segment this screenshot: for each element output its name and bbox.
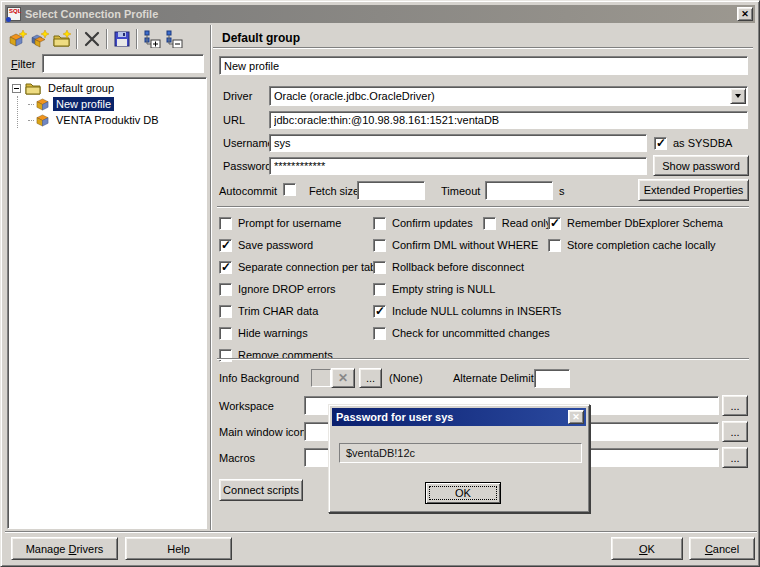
help-button[interactable]: Help — [125, 537, 232, 560]
checkbox[interactable] — [219, 305, 232, 318]
checkbox[interactable] — [373, 261, 386, 274]
checkbox[interactable] — [373, 283, 386, 296]
checkbox[interactable] — [373, 327, 386, 340]
profile-name-input[interactable] — [219, 56, 748, 75]
option-separate-connection-per-tab: Separate connection per tab — [219, 256, 376, 278]
checkbox[interactable] — [483, 217, 496, 230]
option-remember-dbexplorer-schema: Remember DbExplorer Schema — [548, 212, 723, 234]
sysdba-checkbox[interactable] — [654, 137, 667, 150]
folder-icon — [25, 81, 41, 95]
username-input[interactable] — [269, 134, 647, 152]
save-profiles-button[interactable] — [111, 28, 133, 50]
dropdown-arrow-icon[interactable] — [730, 88, 746, 104]
tree-collapse-expander-icon[interactable] — [12, 84, 21, 93]
checkbox[interactable] — [219, 261, 232, 274]
profile-tree[interactable]: Default group New profile VENTA Produkti… — [7, 77, 207, 529]
ok-button[interactable]: OK — [611, 537, 683, 560]
driver-label: Driver — [223, 90, 252, 102]
focus-rectangle — [429, 486, 497, 500]
clear-color-button[interactable]: ✕ — [331, 368, 355, 388]
tree-item-label: New profile — [53, 97, 114, 111]
titlebar: SQL Select Connection Profile ✕ — [5, 5, 755, 23]
select-connection-profile-window: SQL Select Connection Profile ✕ — [0, 0, 760, 567]
option-rollback-before-disconnect: Rollback before disconnect — [373, 256, 561, 278]
expand-tree-button[interactable] — [141, 28, 163, 50]
option-remove-comments: Remove comments — [219, 344, 376, 366]
filter-label: Filter — [11, 58, 35, 70]
checkbox[interactable] — [219, 217, 232, 230]
pick-color-button[interactable]: ... — [359, 368, 382, 388]
close-icon[interactable]: ✕ — [568, 410, 584, 424]
copy-profile-button[interactable] — [29, 28, 51, 50]
footer-separator — [5, 531, 757, 533]
option-store-completion-cache: Store completion cache locally — [548, 234, 723, 256]
delete-profile-button[interactable] — [81, 28, 103, 50]
password-input[interactable] — [269, 157, 647, 175]
option-trim-char-data: Trim CHAR data — [219, 300, 376, 322]
macros-label: Macros — [219, 452, 255, 464]
checkbox[interactable] — [548, 217, 561, 230]
option-read-only: Read only — [483, 217, 552, 230]
checkbox[interactable] — [373, 239, 386, 252]
toolbar-separator — [136, 29, 138, 49]
section-separator — [217, 358, 749, 360]
options-column-2: Confirm updates Read only Confirm DML wi… — [373, 212, 561, 344]
window-title: Select Connection Profile — [25, 8, 158, 20]
tree-item-venta-produktiv-db[interactable]: VENTA Produktiv DB — [28, 112, 206, 128]
option-include-null-columns: Include NULL columns in INSERTs — [373, 300, 561, 322]
options-column-1: Prompt for username Save password Separa… — [219, 212, 376, 366]
checkbox-label: Confirm updates — [392, 217, 473, 229]
alternate-delimiter-input[interactable] — [534, 369, 570, 388]
checkbox[interactable] — [373, 217, 386, 230]
checkbox[interactable] — [219, 283, 232, 296]
autocommit-checkbox[interactable] — [283, 183, 296, 196]
checkbox-label: Read only — [502, 217, 552, 229]
checkbox[interactable] — [373, 305, 386, 318]
extended-properties-button[interactable]: Extended Properties — [638, 179, 749, 201]
show-password-button[interactable]: Show password — [653, 155, 749, 176]
ellipsis-icon: ... — [730, 426, 739, 438]
checkbox-label: Prompt for username — [238, 217, 341, 229]
checkbox[interactable] — [548, 239, 561, 252]
new-group-icon — [53, 30, 71, 48]
url-input[interactable] — [269, 111, 748, 129]
dialog-ok-button[interactable]: OK — [425, 482, 501, 504]
group-header: Default group — [222, 31, 300, 45]
revealed-password-field: $ventaDB!12c — [339, 443, 582, 463]
new-group-button[interactable] — [51, 28, 73, 50]
macros-browse-button[interactable]: ... — [722, 447, 748, 468]
autocommit-label: Autocommit — [219, 185, 277, 197]
checkbox-label: Rollback before disconnect — [392, 261, 524, 273]
option-ignore-drop-errors: Ignore DROP errors — [219, 278, 376, 300]
toolbar-separator — [76, 29, 78, 49]
checkbox-label: Trim CHAR data — [238, 305, 318, 317]
tree-item-default-group[interactable]: Default group — [12, 80, 206, 96]
manage-drivers-button[interactable]: Manage Drivers — [11, 537, 118, 560]
workspace-browse-button[interactable]: ... — [722, 395, 748, 416]
new-profile-button[interactable] — [7, 28, 29, 50]
tree-item-new-profile[interactable]: New profile — [28, 96, 206, 112]
toolbar-separator — [106, 29, 108, 49]
main-window-icon-browse-button[interactable]: ... — [722, 421, 748, 442]
cancel-button[interactable]: Cancel — [689, 537, 755, 560]
password-dialog-title: Password for user sys — [336, 411, 453, 423]
clear-color-icon: ✕ — [338, 371, 348, 385]
fetch-size-input[interactable] — [357, 181, 425, 200]
checkbox[interactable] — [219, 239, 232, 252]
checkbox[interactable] — [219, 327, 232, 340]
password-dialog-titlebar: Password for user sys ✕ — [332, 408, 586, 426]
panel-divider — [210, 25, 212, 530]
ellipsis-icon: ... — [730, 452, 739, 464]
timeout-input[interactable] — [485, 181, 553, 200]
collapse-tree-button[interactable] — [163, 28, 185, 50]
sysdba-label: as SYSDBA — [673, 137, 732, 149]
connect-scripts-button[interactable]: Connect scripts — [219, 479, 303, 501]
close-icon[interactable]: ✕ — [737, 7, 753, 21]
timeout-unit-label: s — [559, 185, 565, 197]
filter-input[interactable] — [42, 54, 204, 73]
profile-toolbar — [7, 26, 208, 51]
info-background-swatch[interactable] — [311, 369, 331, 387]
driver-select[interactable]: Oracle (oracle.jdbc.OracleDriver) — [269, 86, 748, 106]
section-separator — [217, 206, 749, 208]
new-profile-icon — [9, 30, 27, 48]
